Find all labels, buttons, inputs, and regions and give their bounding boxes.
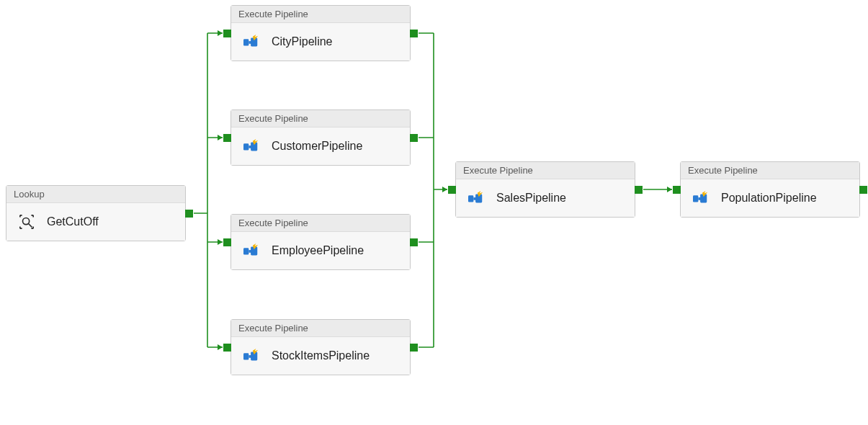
activity-body: CityPipeline bbox=[231, 23, 410, 61]
input-port[interactable] bbox=[673, 186, 681, 194]
svg-rect-13 bbox=[468, 195, 473, 202]
activity-node-city[interactable]: Execute PipelineCityPipeline bbox=[231, 5, 411, 61]
output-port-success[interactable] bbox=[859, 186, 867, 194]
activity-title: PopulationPipeline bbox=[721, 192, 817, 205]
svg-rect-16 bbox=[693, 195, 698, 202]
activity-node-customer[interactable]: Execute PipelineCustomerPipeline bbox=[231, 109, 411, 166]
activity-body: EmployeePipeline bbox=[231, 232, 410, 269]
activity-node-lookup[interactable]: LookupGetCutOff bbox=[6, 185, 186, 241]
output-port-success[interactable] bbox=[410, 238, 418, 246]
input-port[interactable] bbox=[223, 134, 231, 142]
activity-node-pop[interactable]: Execute PipelinePopulationPipeline bbox=[680, 161, 860, 218]
pipeline-icon bbox=[466, 189, 486, 207]
svg-point-0 bbox=[23, 218, 30, 225]
input-port[interactable] bbox=[223, 30, 231, 37]
activity-title: SalesPipeline bbox=[496, 192, 566, 205]
activity-node-stock[interactable]: Execute PipelineStockItemsPipeline bbox=[231, 319, 411, 375]
pipeline-icon bbox=[241, 33, 261, 50]
svg-rect-7 bbox=[243, 248, 249, 254]
output-port-success[interactable] bbox=[185, 210, 193, 218]
activity-type-label: Lookup bbox=[6, 186, 185, 203]
svg-rect-4 bbox=[243, 143, 249, 150]
activity-node-sales[interactable]: Execute PipelineSalesPipeline bbox=[455, 161, 635, 218]
svg-rect-18 bbox=[698, 197, 702, 200]
activity-body: CustomerPipeline bbox=[231, 128, 410, 165]
activity-body: PopulationPipeline bbox=[681, 179, 859, 217]
svg-rect-10 bbox=[243, 353, 249, 359]
svg-rect-1 bbox=[243, 39, 249, 45]
svg-rect-6 bbox=[249, 146, 252, 148]
input-port[interactable] bbox=[448, 186, 456, 194]
pipeline-canvas[interactable]: LookupGetCutOffExecute PipelineCityPipel… bbox=[0, 0, 868, 425]
activity-title: GetCutOff bbox=[47, 215, 99, 228]
svg-rect-9 bbox=[249, 250, 252, 253]
output-port-success[interactable] bbox=[410, 344, 418, 352]
output-port-success[interactable] bbox=[410, 134, 418, 142]
activity-node-employee[interactable]: Execute PipelineEmployeePipeline bbox=[231, 214, 411, 270]
pipeline-icon bbox=[241, 242, 261, 259]
svg-rect-3 bbox=[249, 41, 252, 44]
activity-type-label: Execute Pipeline bbox=[231, 215, 410, 232]
svg-rect-12 bbox=[249, 355, 252, 358]
pipeline-icon bbox=[241, 347, 261, 364]
svg-rect-15 bbox=[473, 197, 477, 200]
activity-type-label: Execute Pipeline bbox=[231, 320, 410, 337]
activity-type-label: Execute Pipeline bbox=[231, 6, 410, 23]
pipeline-icon bbox=[241, 138, 261, 155]
input-port[interactable] bbox=[223, 344, 231, 352]
activity-title: EmployeePipeline bbox=[272, 244, 364, 257]
output-port-success[interactable] bbox=[635, 186, 643, 194]
activity-title: StockItemsPipeline bbox=[272, 349, 370, 362]
activity-type-label: Execute Pipeline bbox=[681, 162, 859, 179]
activity-title: CustomerPipeline bbox=[272, 140, 362, 153]
lookup-icon bbox=[17, 213, 37, 231]
input-port[interactable] bbox=[223, 238, 231, 246]
activity-type-label: Execute Pipeline bbox=[456, 162, 635, 179]
pipeline-icon bbox=[691, 189, 711, 207]
activity-title: CityPipeline bbox=[272, 35, 332, 48]
output-port-success[interactable] bbox=[410, 30, 418, 37]
activity-type-label: Execute Pipeline bbox=[231, 110, 410, 128]
activity-body: SalesPipeline bbox=[456, 179, 635, 217]
activity-body: GetCutOff bbox=[6, 203, 185, 241]
activity-body: StockItemsPipeline bbox=[231, 337, 410, 375]
